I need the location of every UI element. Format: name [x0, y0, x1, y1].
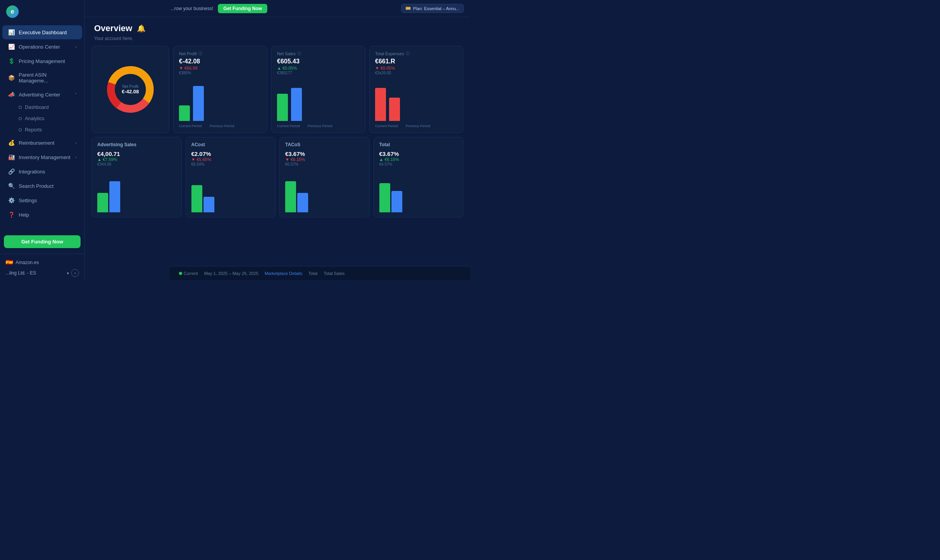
bar-prev: [193, 86, 204, 121]
bar-label-current: Current Period: [277, 124, 300, 128]
sidebar-item-label: Pricing Management: [19, 58, 77, 64]
sidebar-nav: 📊 Executive Dashboard 📈 Operations Cente…: [0, 23, 84, 231]
ad-card-title: Advertising Sales: [97, 142, 176, 147]
sub-item-label: Analytics: [25, 116, 44, 121]
store-name: Amazon.es: [16, 260, 79, 265]
bar-label-prev: Previous Period: [406, 124, 431, 128]
total-label: Total: [309, 271, 317, 276]
sidebar-item-integrations[interactable]: 🔗 Integrations: [2, 164, 82, 178]
ad-card-change: ▼ €6.15%: [285, 157, 364, 162]
bar-current: [97, 193, 108, 212]
page-subtitle: Your account here.: [85, 36, 470, 46]
inventory-icon: 🏭: [8, 154, 15, 161]
chevron-down-icon: ˅: [75, 93, 77, 97]
sidebar-logo: e: [0, 0, 84, 23]
sidebar-sub-item-dashboard[interactable]: Dashboard: [13, 102, 82, 113]
donut-chart: Net Profit €-42.08: [105, 64, 156, 115]
metric-title: Net Sales ⓘ: [277, 51, 360, 56]
sub-dot-icon: [19, 128, 22, 131]
bell-icon[interactable]: 🔔: [137, 24, 146, 33]
ad-card-change: ▼ €5.65%: [191, 157, 270, 162]
pricing-icon: 💲: [8, 58, 15, 65]
sidebar-item-label: Search Product: [19, 183, 77, 189]
sidebar-item-operations-center[interactable]: 📈 Operations Center ›: [2, 40, 82, 54]
sidebar-item-settings[interactable]: ⚙️ Settings: [2, 193, 82, 207]
help-icon: ❓: [8, 211, 15, 218]
sidebar-item-search-product[interactable]: 🔍 Search Product: [2, 179, 82, 193]
metric-value: €-42.08: [179, 58, 261, 65]
sidebar-item-pricing-management[interactable]: 💲 Pricing Management: [2, 54, 82, 68]
bar-group-prev: [291, 88, 302, 121]
sidebar-sub-item-analytics[interactable]: Analytics: [13, 113, 82, 124]
sidebar-item-help[interactable]: ❓ Help: [2, 208, 82, 222]
metric-change: ▼ €0.05%: [375, 66, 458, 70]
donut-label: Net Profit €-42.08: [122, 84, 139, 94]
ad-card-advertising-sales: Advertising Sales €4,00.71 ▲ €7.59% €344…: [91, 137, 182, 217]
donut-title: Net Profit: [122, 84, 139, 89]
sidebar-store-section: 🇪🇸 Amazon.es ...ling Ltd. - ES ▾ +: [0, 254, 84, 280]
bar-group: [285, 181, 308, 212]
operations-icon: 📈: [8, 43, 15, 50]
sidebar-item-advertising-center[interactable]: 📣 Advertising Center ˅: [2, 88, 82, 102]
bar-chart: [375, 78, 458, 121]
reimbursement-icon: 💰: [8, 139, 15, 146]
sidebar-item-label: Integrations: [19, 169, 77, 175]
metric-prev: €380177: [277, 71, 360, 75]
sidebar-item-inventory-management[interactable]: 🏭 Inventory Management ›: [2, 150, 82, 164]
store-sub-row: ...ling Ltd. - ES ▾ +: [5, 268, 79, 278]
top-funding-button[interactable]: Get Funding Now: [218, 4, 267, 13]
dashboard-icon: 📊: [8, 29, 15, 36]
plan-text: Plan: Essential – Annu...: [413, 6, 459, 11]
sidebar-item-label: Advertising Center: [19, 92, 71, 98]
donut-card: Net Profit €-42.08: [91, 46, 169, 133]
dot-current: [179, 272, 182, 275]
add-store-button[interactable]: +: [71, 269, 79, 277]
bar-label-prev: Previous Period: [210, 124, 235, 128]
sub-item-label: Reports: [25, 127, 42, 133]
sidebar-item-label: Inventory Management: [19, 154, 72, 160]
ad-card-value: €2.07%: [191, 150, 270, 157]
get-funding-now-button[interactable]: Get Funding Now: [4, 235, 81, 248]
metric-title: Total Expenses ⓘ: [375, 51, 458, 56]
ad-bar-chart: [379, 170, 458, 212]
bar-current: [375, 88, 386, 121]
marketplace-details-link[interactable]: Marketplace Details: [265, 271, 302, 276]
ad-bar-chart: [285, 170, 364, 212]
ad-metrics-row: Advertising Sales €4,00.71 ▲ €7.59% €344…: [85, 137, 470, 217]
sidebar-item-label: Help: [19, 212, 77, 218]
store-flag: 🇪🇸: [5, 259, 13, 266]
date-range: May 1, 2025 – May 26, 2025: [204, 271, 258, 276]
bar-group: [379, 183, 402, 212]
metric-value: €661.R: [375, 58, 458, 65]
chevron-right-icon: ›: [75, 45, 77, 49]
info-icon: ⓘ: [297, 51, 301, 56]
sidebar-item-executive-dashboard[interactable]: 📊 Executive Dashboard: [2, 25, 82, 39]
page-header: Overview 🔔: [85, 17, 470, 36]
bar-label-current: Current Period: [179, 124, 202, 128]
filter-current-label: Current: [184, 271, 198, 276]
bar-current: [277, 94, 288, 121]
bar-group-current: [179, 105, 190, 121]
ad-card-tacos: TACoS €3.67% ▼ €6.15% €6.57%: [279, 137, 370, 217]
sidebar-item-reimbursement[interactable]: 💰 Reimbursement ›: [2, 136, 82, 150]
sidebar-item-label: Settings: [19, 198, 77, 203]
bottom-bar: Current May 1, 2025 – May 26, 2025 Marke…: [170, 266, 470, 280]
bar-chart: [179, 78, 261, 121]
ad-card-acost: ACost €2.07% ▼ €5.65% €6.54%: [186, 137, 276, 217]
plan-badge: 🎫 Plan: Essential – Annu...: [401, 4, 464, 13]
ad-card-value: €4,00.71: [97, 150, 176, 157]
sidebar-sub-item-reports[interactable]: Reports: [13, 124, 82, 135]
sidebar-item-label: Executive Dashboard: [19, 30, 77, 35]
bar-group: [191, 185, 214, 212]
info-icon: ⓘ: [406, 51, 410, 56]
sidebar-item-parent-asin[interactable]: 📦 Parent ASIN Manageme...: [2, 68, 82, 87]
metric-prev: €380%: [179, 71, 261, 75]
bar-label-current: Current Period: [375, 124, 398, 128]
ad-card-change: ▲ €7.59%: [97, 157, 176, 162]
bar-prev: [297, 193, 308, 212]
ad-card-title: ACost: [191, 142, 270, 147]
ad-bar-chart: [97, 170, 176, 212]
bar-current: [379, 183, 390, 212]
main-content: Overview 🔔 Your account here.: [85, 17, 470, 266]
sub-dot-icon: [19, 106, 22, 109]
